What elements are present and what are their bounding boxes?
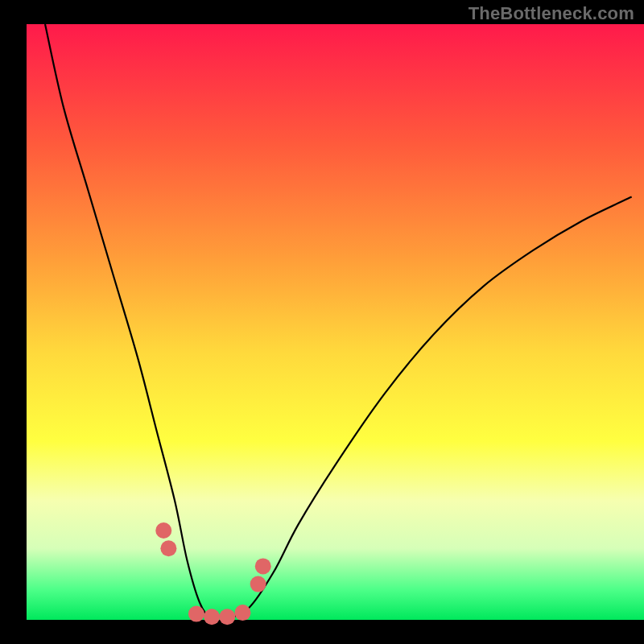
bottleneck-chart (0, 0, 644, 644)
highlight-dot (219, 609, 235, 625)
highlight-dot (255, 558, 271, 574)
chart-frame: TheBottleneck.com (0, 0, 644, 644)
highlight-dot (160, 540, 176, 556)
highlight-dot (250, 576, 266, 592)
highlight-dot (234, 605, 250, 621)
highlight-dot (155, 522, 171, 539)
watermark-text: TheBottleneck.com (469, 3, 634, 24)
highlight-dot (204, 609, 220, 625)
plot-background (27, 24, 644, 620)
highlight-dot (188, 606, 204, 622)
